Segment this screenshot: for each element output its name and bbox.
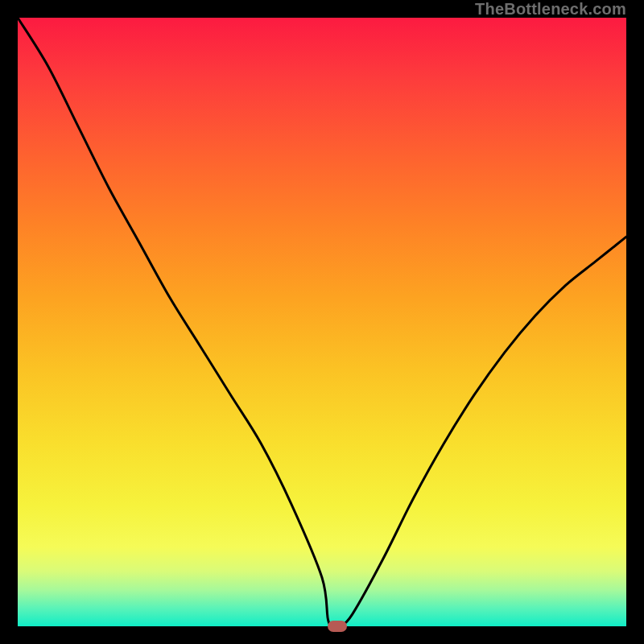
optimal-point-marker [328,621,347,632]
chart-frame: TheBottleneck.com [0,0,644,644]
bottleneck-curve [18,18,626,626]
plot-area [18,18,626,626]
brand-watermark: TheBottleneck.com [475,0,626,18]
